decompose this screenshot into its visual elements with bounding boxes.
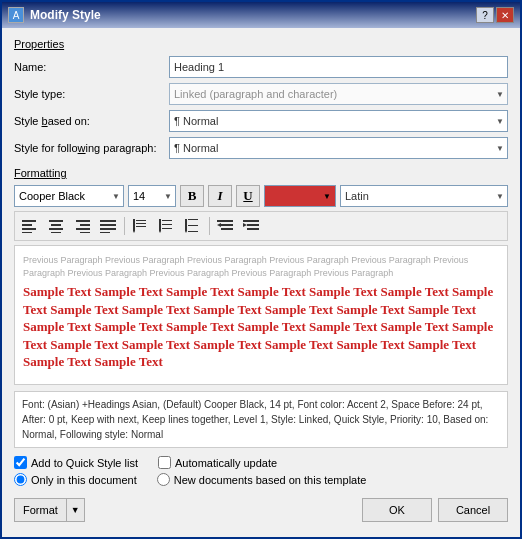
quick-style-checkbox[interactable] bbox=[14, 456, 27, 469]
ok-button[interactable]: OK bbox=[362, 498, 432, 522]
name-label: Name: bbox=[14, 61, 169, 73]
preview-previous-text: Previous Paragraph Previous Paragraph Pr… bbox=[23, 254, 499, 279]
new-template-radio-label[interactable]: New documents based on this template bbox=[157, 473, 367, 486]
svg-rect-22 bbox=[162, 224, 172, 225]
auto-update-checkbox[interactable] bbox=[158, 456, 171, 469]
italic-button[interactable]: I bbox=[208, 185, 232, 207]
options-row-2: Only in this document New documents base… bbox=[14, 473, 508, 486]
font-color-button[interactable]: ▼ bbox=[264, 185, 336, 207]
justify-button[interactable] bbox=[96, 215, 120, 237]
color-preview-bar bbox=[269, 189, 323, 203]
only-document-label: Only in this document bbox=[31, 474, 137, 486]
auto-update-label: Automatically update bbox=[175, 457, 277, 469]
svg-rect-5 bbox=[51, 224, 61, 226]
svg-rect-28 bbox=[188, 231, 198, 232]
style-based-select[interactable]: ¶ Normal bbox=[169, 110, 508, 132]
close-button[interactable]: ✕ bbox=[496, 7, 514, 23]
style-type-label: Style type: bbox=[14, 88, 169, 100]
line-spacing-1-icon bbox=[133, 219, 149, 233]
font-size-wrapper: 14 bbox=[128, 185, 176, 207]
svg-rect-35 bbox=[243, 220, 259, 222]
formatting-section-label: Formatting bbox=[14, 167, 508, 179]
title-buttons: ? ✕ bbox=[476, 7, 514, 23]
style-following-label: Style for following paragraph: bbox=[14, 142, 169, 154]
format-dropdown-button[interactable]: Format ▼ bbox=[14, 498, 85, 522]
svg-rect-33 bbox=[221, 228, 233, 230]
svg-rect-10 bbox=[76, 228, 90, 230]
cancel-button[interactable]: Cancel bbox=[438, 498, 508, 522]
align-right-button[interactable] bbox=[70, 215, 94, 237]
svg-rect-9 bbox=[80, 224, 90, 226]
new-template-label: New documents based on this template bbox=[174, 474, 367, 486]
style-type-select[interactable]: Linked (paragraph and character) bbox=[169, 83, 508, 105]
svg-rect-19 bbox=[133, 219, 135, 231]
svg-rect-17 bbox=[136, 223, 146, 224]
format-button-label: Format bbox=[15, 504, 66, 516]
line-spacing-2-button[interactable] bbox=[181, 215, 205, 237]
style-following-row: Style for following paragraph: ¶ Normal bbox=[14, 137, 508, 159]
svg-rect-21 bbox=[162, 220, 172, 221]
bold-button[interactable]: B bbox=[180, 185, 204, 207]
options-row-1: Add to Quick Style list Automatically up… bbox=[14, 456, 508, 469]
auto-update-checkbox-label[interactable]: Automatically update bbox=[158, 456, 277, 469]
title-bar-left: A Modify Style bbox=[8, 7, 101, 23]
svg-rect-13 bbox=[100, 224, 116, 226]
svg-rect-8 bbox=[76, 220, 90, 222]
svg-rect-18 bbox=[136, 226, 146, 227]
name-row: Name: bbox=[14, 56, 508, 78]
name-input[interactable] bbox=[169, 56, 508, 78]
preview-sample-text: Sample Text Sample Text Sample Text Samp… bbox=[23, 283, 499, 371]
style-following-select[interactable]: ¶ Normal bbox=[169, 137, 508, 159]
align-left-icon bbox=[22, 219, 38, 233]
font-name-select[interactable]: Cooper Black bbox=[14, 185, 124, 207]
svg-rect-36 bbox=[247, 224, 259, 226]
style-type-wrapper: Linked (paragraph and character) bbox=[169, 83, 508, 105]
align-left-button[interactable] bbox=[18, 215, 42, 237]
svg-marker-34 bbox=[217, 223, 221, 227]
svg-rect-12 bbox=[100, 220, 116, 222]
svg-marker-30 bbox=[185, 231, 187, 233]
svg-rect-14 bbox=[100, 228, 116, 230]
svg-rect-26 bbox=[188, 219, 198, 220]
increase-indent-button[interactable] bbox=[240, 215, 264, 237]
line-spacing-2-icon bbox=[185, 219, 201, 233]
decrease-indent-button[interactable] bbox=[214, 215, 238, 237]
style-following-wrapper: ¶ Normal bbox=[169, 137, 508, 159]
color-dropdown-arrow: ▼ bbox=[323, 192, 331, 201]
script-select[interactable]: Latin bbox=[340, 185, 508, 207]
alignment-toolbar bbox=[14, 211, 508, 241]
quick-style-checkbox-label[interactable]: Add to Quick Style list bbox=[14, 456, 138, 469]
help-button[interactable]: ? bbox=[476, 7, 494, 23]
line-spacing-15-icon bbox=[159, 219, 175, 233]
only-document-radio-label[interactable]: Only in this document bbox=[14, 473, 137, 486]
preview-area: Previous Paragraph Previous Paragraph Pr… bbox=[14, 245, 508, 385]
align-center-icon bbox=[48, 219, 64, 233]
underline-button[interactable]: U bbox=[236, 185, 260, 207]
new-template-radio[interactable] bbox=[157, 473, 170, 486]
svg-rect-2 bbox=[22, 228, 36, 230]
formatting-toolbar-1: Cooper Black 14 B I U ▼ Latin bbox=[14, 185, 508, 207]
svg-rect-15 bbox=[100, 232, 110, 233]
window-title: Modify Style bbox=[30, 8, 101, 22]
svg-rect-11 bbox=[80, 232, 90, 233]
svg-marker-38 bbox=[243, 223, 247, 227]
svg-rect-3 bbox=[22, 232, 32, 233]
svg-marker-25 bbox=[159, 231, 161, 233]
svg-rect-27 bbox=[188, 225, 198, 226]
modify-style-dialog: A Modify Style ? ✕ Properties Name: Styl… bbox=[0, 0, 522, 539]
ok-cancel-group: OK Cancel bbox=[362, 498, 508, 522]
window-icon: A bbox=[8, 7, 24, 23]
svg-rect-1 bbox=[22, 224, 32, 226]
style-type-row: Style type: Linked (paragraph and charac… bbox=[14, 83, 508, 105]
properties-section-label: Properties bbox=[14, 38, 508, 50]
justify-icon bbox=[100, 219, 116, 233]
font-size-select[interactable]: 14 bbox=[128, 185, 176, 207]
align-center-button[interactable] bbox=[44, 215, 68, 237]
only-document-radio[interactable] bbox=[14, 473, 27, 486]
svg-rect-37 bbox=[247, 228, 259, 230]
format-dropdown-arrow: ▼ bbox=[66, 499, 84, 521]
line-spacing-1-button[interactable] bbox=[129, 215, 153, 237]
increase-indent-icon bbox=[243, 219, 261, 233]
svg-rect-24 bbox=[159, 219, 161, 231]
line-spacing-15-button[interactable] bbox=[155, 215, 179, 237]
